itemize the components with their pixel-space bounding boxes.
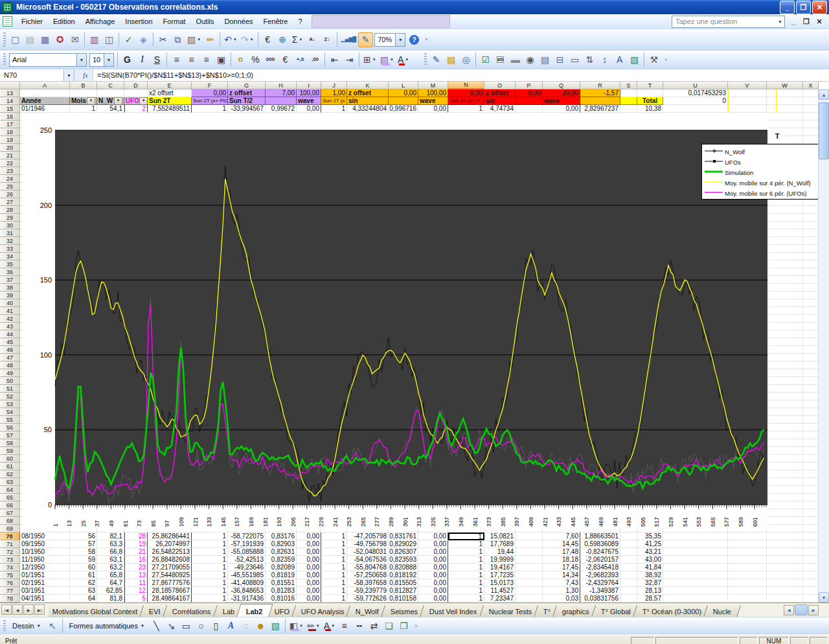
cell-X49[interactable]	[803, 369, 819, 377]
cell-O13[interactable]: z offset	[484, 89, 516, 97]
scrollbar-control-icon[interactable]: ↕	[597, 52, 612, 67]
cell-N13[interactable]: 0,30	[448, 89, 484, 97]
cell-W31[interactable]	[767, 229, 803, 237]
cell-L71[interactable]: 0,829029	[389, 540, 418, 548]
cell-X37[interactable]	[803, 276, 819, 284]
cut-icon[interactable]: ✂	[155, 32, 170, 47]
select-all-corner[interactable]	[0, 82, 20, 89]
cell-X35[interactable]	[803, 260, 819, 268]
cell-P15[interactable]	[516, 105, 543, 113]
column-header-F[interactable]: F	[192, 82, 228, 89]
row-header-50[interactable]: 50	[0, 377, 20, 385]
fill-color-icon[interactable]: ▨▼	[378, 52, 396, 67]
row-header-31[interactable]: 31	[0, 229, 20, 237]
design-mode-icon[interactable]: ✎	[429, 52, 444, 67]
column-header-G[interactable]: G	[228, 82, 266, 89]
undo-icon[interactable]: ↶▼	[222, 32, 239, 47]
row-header-32[interactable]: 32	[0, 237, 20, 245]
cell-T14[interactable]: Total	[637, 97, 663, 105]
cell-J76[interactable]: 1	[321, 579, 347, 587]
cell-U74[interactable]	[663, 564, 728, 571]
cell-G76[interactable]: -41,408809	[228, 579, 266, 587]
align-center-icon[interactable]: ≡	[184, 52, 199, 67]
cell-U73[interactable]	[663, 556, 728, 564]
cell-X15[interactable]	[803, 105, 819, 113]
cell-J77[interactable]: 1	[321, 587, 347, 595]
cell-D15[interactable]: 2	[124, 105, 148, 113]
cell-U15[interactable]	[663, 105, 728, 113]
cell-T77[interactable]: 28,13	[637, 587, 663, 595]
cell-X29[interactable]	[803, 214, 819, 222]
cell-X41[interactable]	[803, 307, 819, 315]
cell-W14[interactable]	[767, 97, 803, 105]
cell-I71[interactable]: 0,00	[297, 540, 321, 548]
row-header-66[interactable]: 66	[0, 501, 20, 509]
row-header-71[interactable]: 71	[0, 540, 20, 548]
cell-X13[interactable]	[803, 89, 819, 97]
cell-O70[interactable]: 15,0821	[484, 533, 516, 540]
cell-T13[interactable]	[637, 89, 663, 97]
cell-T71[interactable]: 41,25	[637, 540, 663, 548]
cell-C70[interactable]: 82,1	[97, 533, 124, 540]
cell-V70[interactable]	[728, 533, 767, 540]
cell-Q13[interactable]: 20,00	[543, 89, 580, 97]
cell-N78[interactable]: 1	[448, 595, 484, 603]
cell-X48[interactable]	[803, 362, 819, 369]
cell-I75[interactable]: 0,00	[297, 571, 321, 579]
cell-W53[interactable]	[767, 400, 803, 408]
cell-X72[interactable]	[803, 548, 819, 556]
tab-corr-lations[interactable]: Corrélations	[163, 605, 220, 617]
toolbar-options-icon[interactable]: »	[410, 622, 423, 629]
cell-W55[interactable]	[767, 416, 803, 424]
line-color-icon[interactable]: ✏▼	[305, 618, 322, 633]
cell-W15[interactable]	[767, 105, 803, 113]
cell-F75[interactable]: 1	[192, 571, 228, 579]
cell-N72[interactable]: 1	[448, 548, 484, 556]
permission-icon[interactable]: ✪	[52, 32, 67, 47]
cell-C14[interactable]: N_W▼	[97, 97, 124, 105]
cell-X62[interactable]	[803, 470, 819, 478]
diagram-icon[interactable]: ◌	[238, 618, 253, 633]
cell-T72[interactable]: 43,21	[637, 548, 663, 556]
cell-X38[interactable]	[803, 284, 819, 292]
arrow-icon[interactable]: ↘	[164, 618, 179, 633]
insert-picture-icon[interactable]: ▧	[268, 618, 283, 633]
euro-style-icon[interactable]: €	[278, 52, 293, 67]
row-header-75[interactable]: 75	[0, 571, 20, 579]
cell-X34[interactable]	[803, 253, 819, 260]
row-header-65[interactable]: 65	[0, 494, 20, 501]
bold-icon[interactable]: G	[120, 52, 135, 67]
column-header-Q[interactable]: Q	[543, 82, 580, 89]
cell-E72[interactable]: 26,54822513	[148, 548, 192, 556]
menu-fentre[interactable]: Fenêtre	[258, 16, 293, 27]
row-header-35[interactable]: 35	[0, 260, 20, 268]
cell-Q77[interactable]: 1,30	[543, 587, 580, 595]
cell-V77[interactable]	[728, 587, 767, 595]
cell-R75[interactable]: -2,9682393	[580, 571, 620, 579]
cell-W62[interactable]	[767, 470, 803, 478]
column-header-H[interactable]: H	[266, 82, 297, 89]
combobox-control-icon[interactable]: ⊟	[552, 52, 567, 67]
row-header-42[interactable]: 42	[0, 315, 20, 323]
row-header-56[interactable]: 56	[0, 424, 20, 431]
cell-X60[interactable]	[803, 455, 819, 463]
cell-X42[interactable]	[803, 315, 819, 323]
cell-X69[interactable]	[803, 525, 819, 533]
dash-style-icon[interactable]: ╍	[352, 618, 367, 633]
row-header-48[interactable]: 48	[0, 362, 20, 369]
cell-U72[interactable]	[663, 548, 728, 556]
cell-W30[interactable]	[767, 222, 803, 229]
column-header-O[interactable]: O	[484, 82, 516, 89]
cell-K14[interactable]: sin	[347, 97, 389, 105]
cell-O72[interactable]: 19,44	[484, 548, 516, 556]
chevron-down-icon[interactable]: ▼	[76, 54, 86, 66]
chevron-down-icon[interactable]: ▼	[776, 19, 784, 24]
row-header-62[interactable]: 62	[0, 470, 20, 478]
cell-T73[interactable]: 43,00	[637, 556, 663, 564]
cell-W70[interactable]	[767, 533, 803, 540]
column-header-C[interactable]: C	[97, 82, 124, 89]
row-header-73[interactable]: 73	[0, 556, 20, 564]
cell-Q15[interactable]: 0,00	[543, 105, 580, 113]
cell-U13[interactable]: 0,017453293	[663, 89, 728, 97]
cell-O76[interactable]: 15,0173	[484, 579, 516, 587]
